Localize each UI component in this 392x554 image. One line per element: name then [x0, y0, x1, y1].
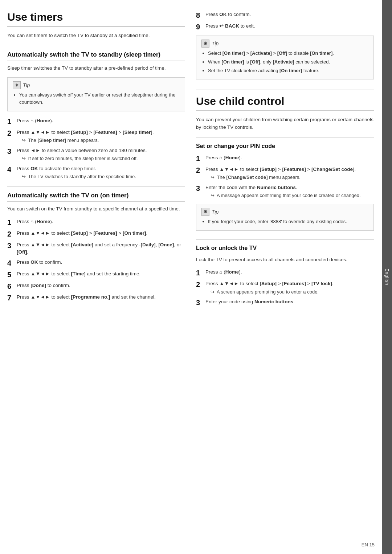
pin-step-3-note: ↪ A message appears confirming that your…: [205, 192, 374, 199]
home-icon-3: ⌂: [219, 155, 222, 160]
home-icon-2: ⌂: [30, 219, 33, 224]
pin-step-1: 1 Press ⌂ (Home).: [196, 154, 374, 163]
pin-step-num-2: 2: [196, 166, 203, 175]
lock-step-2-note: ↪ A screen appears prompting you to ente…: [205, 288, 374, 296]
pin-step-num-3: 3: [196, 184, 203, 193]
tip-header-2: ✳ Tip: [201, 40, 368, 48]
on-step-num-4: 4: [7, 259, 14, 267]
divider-1: [7, 46, 185, 46]
on-step-num-2: 2: [7, 230, 14, 238]
on-step-num-3: 3: [7, 241, 14, 250]
step-3: 3 Press ◄► to select a value between zer…: [7, 147, 185, 162]
lock-steps: 1 Press ⌂ (Home). 2 Press ▲▼◄► to select…: [196, 268, 374, 307]
continued-steps: 8 Press OK to confirm. 9 Press ↩ BACK to…: [196, 11, 374, 31]
timers-intro: You can set timers to switch the TV to s…: [7, 32, 185, 39]
sleep-timer-tip-box: ✳ Tip You can always switch off your TV …: [7, 77, 185, 112]
pin-code-title: Set or change your PIN code: [196, 143, 374, 151]
on-step-num-1: 1: [7, 218, 14, 227]
pin-step-3: 3 Enter the code with the Numeric button…: [196, 184, 374, 199]
left-column: Use timers You can set timers to switch …: [7, 11, 185, 543]
on-step-content-5: Press ▲▼◄► to select [Time] and set the …: [17, 270, 185, 278]
tip-icon: ✳: [13, 81, 21, 89]
step-content-3: Press ◄► to select a value between zero …: [17, 147, 185, 162]
sleep-timer-title: Automatically switch the TV to standby (…: [7, 51, 185, 61]
lock-step-3: 3 Enter your code using Numeric buttons.: [196, 298, 374, 307]
cont-step-num-9: 9: [196, 22, 203, 31]
page-container: Use timers You can set timers to switch …: [0, 0, 392, 554]
on-timer-title: Automatically switch the TV on (on timer…: [7, 192, 185, 202]
right-column: 8 Press OK to confirm. 9 Press ↩ BACK to…: [196, 11, 374, 543]
sleep-timer-intro: Sleep timer switches the TV to standby a…: [7, 65, 185, 72]
step-num-1: 1: [7, 117, 14, 126]
on-timer-tip-box: ✳ Tip Select [On timer] > [Activate] > […: [196, 36, 374, 79]
on-timer-steps: 1 Press ⌂ (Home). 2 Press ▲▼◄► to select…: [7, 218, 185, 303]
lock-step-content-3: Enter your code using Numeric buttons.: [205, 298, 374, 305]
on-step-content-1: Press ⌂ (Home).: [17, 218, 185, 225]
on-timer-tip-list: Select [On timer] > [Activate] > [Off] t…: [201, 50, 368, 74]
lock-step-1: 1 Press ⌂ (Home).: [196, 268, 374, 277]
on-step-content-6: Press [Done] to confirm.: [17, 282, 185, 289]
pin-step-2: 2 Press ▲▼◄► to select [Setup] > [Featur…: [196, 166, 374, 181]
tip-header-3: ✳ Tip: [201, 208, 368, 216]
child-control-intro: You can prevent your children from watch…: [196, 116, 374, 131]
step-1: 1 Press ⌂ (Home).: [7, 117, 185, 126]
on-step-num-7: 7: [7, 294, 14, 302]
lock-step-num-2: 2: [196, 280, 203, 289]
divider-5: [196, 239, 374, 240]
lock-step-content-1: Press ⌂ (Home).: [205, 268, 374, 276]
section-title-child-control: Use child control: [196, 95, 374, 111]
lock-step-2: 2 Press ▲▼◄► to select [Setup] > [Featur…: [196, 280, 374, 295]
cont-step-num-8: 8: [196, 11, 203, 20]
pin-step-num-1: 1: [196, 154, 203, 163]
lock-step-num-1: 1: [196, 268, 203, 277]
main-content: Use timers You can set timers to switch …: [0, 0, 382, 554]
cont-step-content-8: Press OK to confirm.: [205, 11, 374, 18]
step-4: 4 Press OK to activate the sleep timer. …: [7, 165, 185, 180]
on-step-2: 2 Press ▲▼◄► to select [Setup] > [Featur…: [7, 230, 185, 238]
lock-step-num-3: 3: [196, 298, 203, 307]
tip-label: Tip: [23, 82, 30, 88]
step-2: 2 Press ▲▼◄► to select [Setup] > [Featur…: [7, 129, 185, 144]
home-icon-4: ⌂: [219, 269, 222, 275]
pin-tip-item-1: If you forget your code, enter '8888' to…: [208, 218, 368, 226]
on-step-6: 6 Press [Done] to confirm.: [7, 282, 185, 291]
language-tab: English: [382, 0, 392, 554]
on-step-1: 1 Press ⌂ (Home).: [7, 218, 185, 227]
lock-tv-intro: Lock the TV to prevent access to all cha…: [196, 256, 374, 263]
step-num-3: 3: [7, 147, 14, 156]
language-tab-label: English: [384, 268, 389, 285]
pin-step-2-note: ↪ The [Change/Set code] menu appears.: [205, 174, 374, 181]
on-timer-tip-item-2: When [On timer] is [Off], only [Activate…: [208, 58, 368, 66]
on-step-3: 3 Press ▲▼◄► to select [Activate] and se…: [7, 241, 185, 256]
pin-step-content-1: Press ⌂ (Home).: [205, 154, 374, 161]
tip-icon-2: ✳: [201, 40, 209, 48]
step-2-note: ↪ The [Sleep timer] menu appears.: [17, 137, 185, 144]
on-step-content-4: Press OK to confirm.: [17, 259, 185, 266]
tip-label-3: Tip: [212, 209, 219, 215]
step-content-2: Press ▲▼◄► to select [Setup] > [Features…: [17, 129, 185, 144]
cont-step-8: 8 Press OK to confirm.: [196, 11, 374, 20]
divider-2: [7, 186, 185, 187]
page-number: EN 15: [362, 542, 375, 547]
divider-3: [196, 90, 374, 90]
section-title-timers: Use timers: [7, 11, 185, 27]
page-number-text: EN 15: [362, 542, 375, 547]
tip-item: You can always switch off your TV earlie…: [19, 91, 180, 107]
pin-tip-box: ✳ Tip If you forget your code, enter '88…: [196, 204, 374, 231]
pin-tip-list: If you forget your code, enter '8888' to…: [201, 218, 368, 226]
step-content-4: Press OK to activate the sleep timer. ↪ …: [17, 165, 185, 180]
on-step-content-2: Press ▲▼◄► to select [Setup] > [Features…: [17, 230, 185, 237]
on-step-content-7: Press ▲▼◄► to select [Programme no.] and…: [17, 294, 185, 301]
step-content-1: Press ⌂ (Home).: [17, 117, 185, 124]
step-3-note: ↪ If set to zero minutes, the sleep time…: [17, 155, 185, 162]
sleep-timer-steps: 1 Press ⌂ (Home). 2 Press ▲▼◄► to select…: [7, 117, 185, 180]
on-timer-tip-item-1: Select [On timer] > [Activate] > [Off] t…: [208, 50, 368, 57]
cont-step-9: 9 Press ↩ BACK to exit.: [196, 22, 374, 31]
pin-step-content-3: Enter the code with the Numeric buttons.…: [205, 184, 374, 199]
on-step-num-6: 6: [7, 282, 14, 291]
home-icon: ⌂: [30, 118, 33, 123]
step-num-4: 4: [7, 165, 14, 174]
on-step-num-5: 5: [7, 270, 14, 279]
step-num-2: 2: [7, 129, 14, 138]
on-step-7: 7 Press ▲▼◄► to select [Programme no.] a…: [7, 294, 185, 302]
